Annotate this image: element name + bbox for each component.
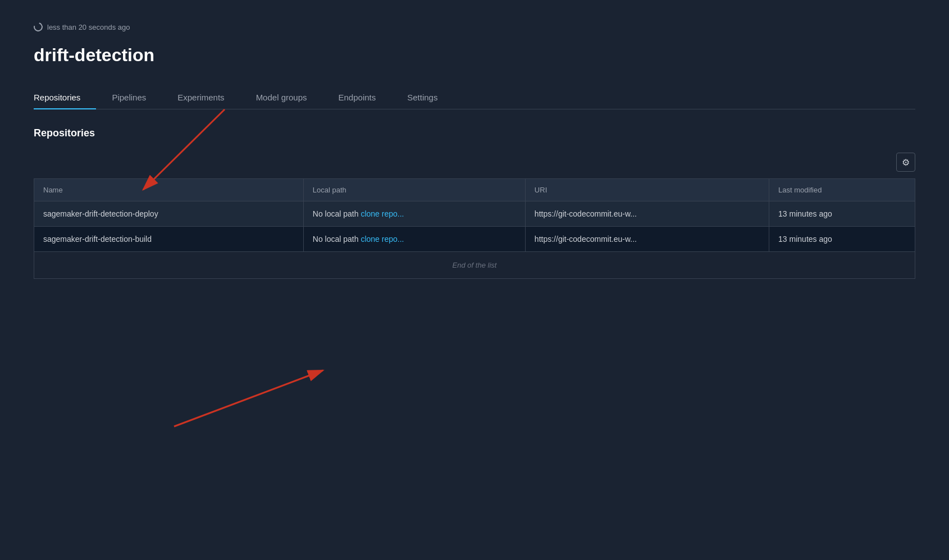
tab-model-groups[interactable]: Model groups: [240, 86, 323, 109]
end-of-list: End of the list: [34, 252, 915, 279]
table-toolbar: ⚙: [34, 153, 915, 172]
repo-uri-2: https://git-codecommit.eu-w...: [525, 227, 769, 252]
table-row: sagemaker-drift-detection-build No local…: [34, 227, 915, 252]
tab-settings[interactable]: Settings: [391, 86, 453, 109]
page-title: drift-detection: [34, 45, 915, 66]
repo-last-modified-2: 13 minutes ago: [769, 227, 915, 252]
repo-name-2: sagemaker-drift-detection-build: [34, 227, 304, 252]
col-header-last-modified: Last modified: [769, 179, 915, 201]
col-header-name: Name: [34, 179, 304, 201]
tab-experiments[interactable]: Experiments: [162, 86, 240, 109]
local-path-prefix-1: No local path: [313, 209, 361, 218]
repositories-section: Repositories ⚙ Name Local path URI Last …: [34, 127, 915, 279]
settings-button[interactable]: ⚙: [896, 153, 915, 172]
table-row: sagemaker-drift-detection-deploy No loca…: [34, 201, 915, 227]
repo-local-path-2: No local path clone repo...: [303, 227, 525, 252]
tab-endpoints[interactable]: Endpoints: [323, 86, 392, 109]
refresh-bar: less than 20 seconds ago: [34, 22, 915, 31]
local-path-prefix-2: No local path: [313, 235, 361, 244]
col-header-uri: URI: [525, 179, 769, 201]
refresh-label: less than 20 seconds ago: [47, 23, 130, 31]
repo-local-path-1: No local path clone repo...: [303, 201, 525, 227]
repo-name-1: sagemaker-drift-detection-deploy: [34, 201, 304, 227]
repositories-table: Name Local path URI Last modified sagema…: [34, 178, 915, 252]
refresh-icon[interactable]: [32, 21, 44, 33]
tabs-nav: Repositories Pipelines Experiments Model…: [34, 86, 915, 109]
section-title: Repositories: [34, 127, 915, 139]
clone-repo-link-2[interactable]: clone repo...: [361, 235, 404, 244]
tab-pipelines[interactable]: Pipelines: [96, 86, 162, 109]
tab-repositories[interactable]: Repositories: [34, 86, 96, 109]
col-header-local-path: Local path: [303, 179, 525, 201]
repo-uri-1: https://git-codecommit.eu-w...: [525, 201, 769, 227]
repo-last-modified-1: 13 minutes ago: [769, 201, 915, 227]
gear-icon: ⚙: [902, 157, 910, 168]
clone-repo-link-1[interactable]: clone repo...: [361, 209, 404, 218]
svg-line-2: [174, 370, 323, 426]
